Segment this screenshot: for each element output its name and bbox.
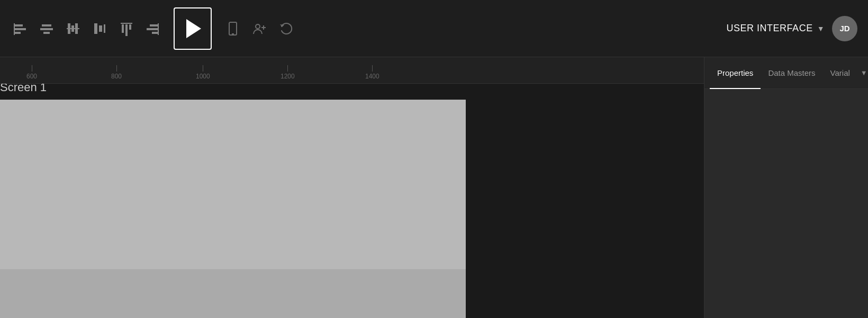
ruler-mark-800: 800 bbox=[111, 65, 122, 80]
toolbar-left bbox=[11, 7, 727, 50]
main-content: 600 800 1000 1200 1400 Screen 1 bbox=[0, 57, 868, 318]
ruler-mark-1400: 1400 bbox=[365, 65, 379, 80]
project-name-label: USER INTERFACE bbox=[727, 23, 813, 34]
tab-properties[interactable]: Properties bbox=[710, 57, 761, 89]
svg-rect-12 bbox=[99, 25, 102, 32]
svg-rect-11 bbox=[94, 23, 97, 34]
distribute-v-icon[interactable] bbox=[90, 19, 109, 38]
panel-tabs-more-button[interactable]: ▼ bbox=[857, 69, 868, 77]
artboard-content bbox=[0, 100, 466, 269]
svg-rect-22 bbox=[229, 22, 237, 35]
play-button[interactable] bbox=[174, 7, 212, 50]
svg-point-24 bbox=[256, 24, 260, 29]
svg-rect-0 bbox=[14, 24, 23, 26]
project-dropdown-chevron: ▼ bbox=[817, 24, 825, 33]
canvas-viewport[interactable]: Screen 1 bbox=[0, 84, 704, 318]
svg-rect-18 bbox=[150, 24, 158, 26]
ruler-mark-1200: 1200 bbox=[281, 65, 295, 80]
play-icon bbox=[186, 19, 201, 38]
panel-tabs: Properties Data Masters Varial ▼ bbox=[704, 57, 868, 89]
align-top-icon[interactable] bbox=[116, 19, 135, 38]
svg-rect-1 bbox=[14, 28, 26, 30]
ruler-mark-600: 600 bbox=[26, 65, 37, 80]
align-middle-icon[interactable] bbox=[64, 19, 83, 38]
svg-rect-13 bbox=[104, 24, 105, 33]
phone-preview-button[interactable] bbox=[223, 19, 242, 38]
svg-rect-15 bbox=[125, 24, 128, 36]
artboard-bottom-section bbox=[0, 269, 466, 318]
add-user-button[interactable] bbox=[250, 19, 269, 38]
align-left-icon[interactable] bbox=[11, 19, 30, 38]
undo-button[interactable] bbox=[276, 19, 295, 38]
ruler-mark-1000: 1000 bbox=[196, 65, 210, 80]
tab-varial[interactable]: Varial bbox=[823, 57, 857, 89]
svg-rect-6 bbox=[43, 32, 50, 34]
project-name-button[interactable]: USER INTERFACE ▼ bbox=[727, 23, 825, 34]
svg-rect-16 bbox=[129, 24, 131, 30]
artboard-label: Screen 1 bbox=[0, 84, 47, 94]
artboard: Screen 1 bbox=[0, 100, 466, 318]
toolbar-right: USER INTERFACE ▼ JD bbox=[727, 16, 857, 41]
panel-content bbox=[704, 89, 868, 318]
panel-tabs-chevron: ▼ bbox=[861, 69, 867, 77]
right-panel: Properties Data Masters Varial ▼ bbox=[704, 57, 868, 318]
toolbar: USER INTERFACE ▼ JD bbox=[0, 0, 868, 57]
avatar[interactable]: JD bbox=[832, 16, 857, 41]
align-right-icon[interactable] bbox=[143, 19, 162, 38]
ruler: 600 800 1000 1200 1400 bbox=[0, 57, 704, 84]
tab-data-masters[interactable]: Data Masters bbox=[761, 57, 822, 89]
svg-rect-20 bbox=[152, 32, 158, 34]
svg-rect-14 bbox=[122, 24, 124, 33]
svg-rect-19 bbox=[147, 28, 158, 30]
avatar-initials: JD bbox=[839, 24, 849, 33]
canvas-area: 600 800 1000 1200 1400 Screen 1 bbox=[0, 57, 704, 318]
align-center-h-icon[interactable] bbox=[37, 19, 56, 38]
svg-rect-4 bbox=[42, 24, 51, 26]
svg-rect-5 bbox=[40, 28, 53, 30]
svg-rect-2 bbox=[14, 32, 21, 34]
